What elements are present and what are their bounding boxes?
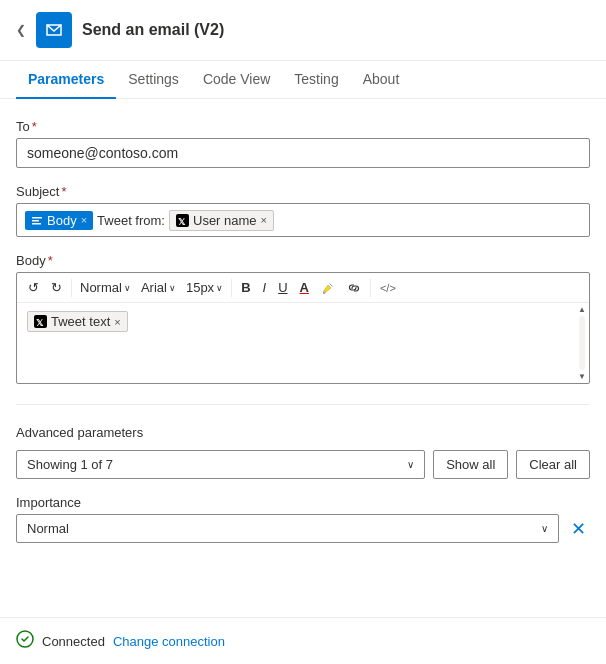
subject-label: Subject *	[16, 184, 590, 199]
tab-about[interactable]: About	[351, 61, 412, 99]
editor-content-area[interactable]: 𝕏 Tweet text × ▲ ▼	[17, 303, 589, 383]
font-select[interactable]: Arial ∨	[137, 278, 180, 297]
bold-button[interactable]: B	[236, 277, 255, 298]
section-divider	[16, 404, 590, 405]
page-title: Send an email (V2)	[82, 21, 224, 39]
toolbar-divider-3	[370, 279, 371, 297]
undo-button[interactable]: ↺	[23, 277, 44, 298]
importance-row: Normal ∨ ✕	[16, 514, 590, 543]
font-chevron: ∨	[169, 283, 176, 293]
subject-required: *	[61, 184, 66, 199]
link-button[interactable]	[342, 278, 366, 298]
editor-toolbar: ↺ ↻ Normal ∨ Arial ∨ 15px ∨	[17, 273, 589, 303]
body-required: *	[48, 253, 53, 268]
tab-codeview[interactable]: Code View	[191, 61, 282, 99]
importance-select[interactable]: Normal ∨	[16, 514, 559, 543]
subject-prefix: Tweet from:	[97, 213, 165, 228]
showing-chevron: ∨	[407, 459, 414, 470]
header: ❮ Send an email (V2)	[0, 0, 606, 61]
svg-text:𝕏: 𝕏	[36, 318, 44, 328]
toolbar-divider-1	[71, 279, 72, 297]
font-color-button[interactable]: A	[295, 277, 314, 298]
body-tag-label: Body	[47, 213, 77, 228]
body-label: Body *	[16, 253, 590, 268]
page-wrapper: ❮ Send an email (V2) Parameters Settings…	[0, 0, 606, 664]
connected-text: Connected	[42, 634, 105, 649]
subject-input[interactable]: Body × Tweet from: 𝕏 User name ×	[16, 203, 590, 237]
subject-username-tag[interactable]: 𝕏 User name ×	[169, 210, 274, 231]
to-label: To *	[16, 119, 590, 134]
form-content: To * Subject * Body ×	[0, 99, 606, 579]
footer: Connected Change connection	[0, 617, 606, 664]
svg-text:𝕏: 𝕏	[178, 216, 186, 226]
underline-button[interactable]: U	[273, 277, 292, 298]
to-input[interactable]	[16, 138, 590, 168]
body-tag-icon	[31, 214, 43, 226]
size-select[interactable]: 15px ∨	[182, 278, 227, 297]
svg-rect-1	[32, 217, 42, 219]
advanced-parameters-label: Advanced parameters	[16, 425, 590, 440]
tab-parameters[interactable]: Parameters	[16, 61, 116, 99]
tab-testing[interactable]: Testing	[282, 61, 350, 99]
connected-icon-svg	[16, 630, 34, 648]
italic-button[interactable]: I	[258, 277, 272, 298]
link-icon	[347, 281, 361, 295]
tweet-text-tag[interactable]: 𝕏 Tweet text ×	[27, 311, 128, 332]
twitter-x-icon: 𝕏	[176, 214, 189, 227]
importance-field-group: Importance Normal ∨ ✕	[16, 495, 590, 543]
tweet-tag-close[interactable]: ×	[114, 316, 120, 328]
size-chevron: ∨	[216, 283, 223, 293]
importance-clear-button[interactable]: ✕	[567, 516, 590, 542]
username-tag-label: User name	[193, 213, 257, 228]
scroll-up-arrow[interactable]: ▲	[578, 305, 586, 314]
to-field-group: To *	[16, 119, 590, 168]
to-required: *	[32, 119, 37, 134]
format-chevron: ∨	[124, 283, 131, 293]
back-chevron[interactable]: ❮	[16, 23, 26, 37]
scrollbar[interactable]: ▲ ▼	[577, 303, 587, 383]
importance-label: Importance	[16, 495, 590, 510]
svg-rect-3	[32, 223, 41, 225]
highlight-button[interactable]	[316, 278, 340, 298]
body-tag-close[interactable]: ×	[81, 214, 87, 226]
importance-value: Normal	[27, 521, 69, 536]
tweet-twitter-icon: 𝕏	[34, 315, 47, 328]
advanced-row: Showing 1 of 7 ∨ Show all Clear all	[16, 450, 590, 479]
showing-text: Showing 1 of 7	[27, 457, 113, 472]
connector-icon	[36, 12, 72, 48]
importance-chevron: ∨	[541, 523, 548, 534]
redo-button[interactable]: ↻	[46, 277, 67, 298]
subject-body-tag[interactable]: Body ×	[25, 211, 93, 230]
tweet-tag-label: Tweet text	[51, 314, 110, 329]
svg-line-6	[329, 283, 332, 286]
tab-settings[interactable]: Settings	[116, 61, 191, 99]
scroll-down-arrow[interactable]: ▼	[578, 372, 586, 381]
show-all-button[interactable]: Show all	[433, 450, 508, 479]
body-editor: ↺ ↻ Normal ∨ Arial ∨ 15px ∨	[16, 272, 590, 384]
body-field-group: Body * ↺ ↻ Normal ∨ Arial ∨	[16, 253, 590, 384]
showing-select[interactable]: Showing 1 of 7 ∨	[16, 450, 425, 479]
change-connection-link[interactable]: Change connection	[113, 634, 225, 649]
highlight-icon	[321, 281, 335, 295]
code-button[interactable]: </>	[375, 279, 401, 297]
username-tag-close[interactable]: ×	[261, 214, 267, 226]
tabs-bar: Parameters Settings Code View Testing Ab…	[0, 61, 606, 99]
toolbar-divider-2	[231, 279, 232, 297]
connected-icon	[16, 630, 34, 652]
subject-field-group: Subject * Body × Tweet from:	[16, 184, 590, 237]
format-select[interactable]: Normal ∨	[76, 278, 135, 297]
svg-rect-2	[32, 220, 39, 222]
clear-all-button[interactable]: Clear all	[516, 450, 590, 479]
